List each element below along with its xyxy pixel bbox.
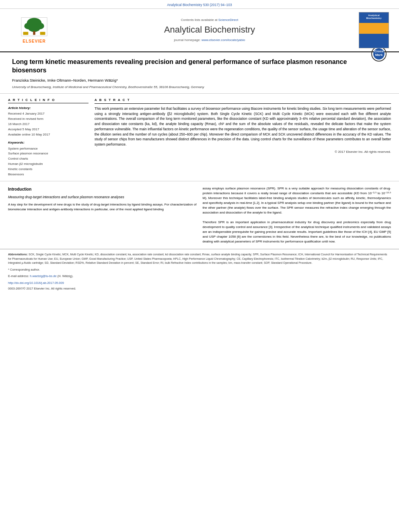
abbreviations-label: Abbreviations:	[8, 253, 28, 256]
journal-homepage-link[interactable]: www.elsevier.com/locate/yabio	[202, 38, 245, 42]
article-title-section: Cross Mark Long term kinetic measurement…	[0, 52, 399, 94]
elsevier-logo: ELSEVIER	[8, 16, 60, 44]
abstract-heading: A B S T R A C T	[95, 98, 391, 104]
revised-date: 16 March 2017	[8, 122, 88, 127]
journal-header: ELSEVIER Contents lists available at Sci…	[0, 9, 399, 52]
journal-cover-area: AnalyticalBiochemistry	[359, 12, 391, 48]
crossmark-area: Cross Mark	[371, 46, 387, 64]
author-email-link[interactable]: h.waetzig@tu-bs.de	[30, 274, 56, 278]
article-info-column: A R T I C L E I N F O Article history: R…	[8, 98, 88, 177]
introduction-left-column: Introduction Measuring drug-target inter…	[8, 186, 197, 244]
accepted-date: Accepted 5 May 2017	[8, 127, 88, 132]
abstract-copyright: © 2017 Elsevier Inc. All rights reserved…	[95, 150, 391, 154]
sciencedirect-link[interactable]: ScienceDirect	[218, 18, 238, 22]
svg-point-4	[28, 25, 40, 32]
history-label: Article history:	[8, 106, 88, 110]
introduction-text-1: A key step for the development of new dr…	[8, 202, 197, 212]
abstract-column: A B S T R A C T This work presents an ex…	[95, 98, 391, 177]
abbreviations-content: SCK, Single Cycle Kinetic; MCK, Multi Cy…	[8, 253, 387, 264]
email-line: E-mail address: h.waetzig@tu-bs.de (H. W…	[8, 274, 391, 278]
publisher-logo-area: ELSEVIER	[8, 16, 60, 44]
journal-title: Analytical Biochemistry	[64, 24, 355, 36]
article-authors: Franziska Steinicke, Imke Oltmann–Norden…	[12, 78, 387, 83]
article-affiliation: University of Braunschweig, Institute of…	[12, 85, 387, 89]
journal-cover-image: AnalyticalBiochemistry	[359, 12, 389, 48]
keyword-4: Human β2 microglobulin	[8, 162, 88, 167]
sciencedirect-line: Contents lists available at ScienceDirec…	[64, 18, 355, 22]
svg-rect-6	[23, 32, 29, 35]
page: Analytical Biochemistry 530 (2017) 94–10…	[0, 0, 399, 532]
crossmark-icon: Cross Mark	[371, 46, 387, 62]
svg-text:Mark: Mark	[375, 53, 383, 57]
journal-info-center: Contents lists available at ScienceDirec…	[64, 18, 355, 42]
introduction-text-2: assay employs surface plasmon resonance …	[203, 186, 391, 215]
top-banner: Analytical Biochemistry 530 (2017) 94–10…	[0, 0, 399, 9]
svg-rect-7	[40, 32, 45, 35]
abstract-text: This work presents an extensive paramete…	[95, 106, 391, 147]
received-revised-label: Received in revised form	[8, 117, 88, 122]
keywords-label: Keywords:	[8, 140, 88, 145]
keyword-6: Biosensors	[8, 172, 88, 177]
introduction-heading: Introduction	[8, 186, 197, 192]
article-info-abstract-section: A R T I C L E I N F O Article history: R…	[0, 94, 399, 181]
abbreviations-text: Abbreviations: SCK, Single Cycle Kinetic…	[8, 253, 391, 265]
keyword-3: Control charts	[8, 156, 88, 162]
corresponding-author-note: * Corresponding author.	[8, 267, 391, 272]
keywords-block: Keywords: System performance Surface pla…	[8, 140, 88, 177]
journal-citation: Analytical Biochemistry 530 (2017) 94–10…	[167, 3, 232, 7]
elsevier-label: ELSEVIER	[23, 39, 45, 44]
elsevier-tree-icon	[18, 16, 50, 38]
doi-line: http://dx.doi.org/10.1016/j.ab.2017.05.0…	[8, 281, 391, 285]
svg-rect-5	[33, 31, 35, 35]
introduction-subheading: Measuring drug-target interactions and s…	[8, 195, 197, 200]
introduction-text-3: Therefore SPR is an important applicatio…	[203, 220, 391, 244]
keyword-2: Surface plasmon resonance	[8, 151, 88, 156]
article-history-block: Article history: Received 4 January 2017…	[8, 106, 88, 137]
article-main-title: Long term kinetic measurements revealing…	[12, 58, 387, 75]
available-date: Available online 10 May 2017	[8, 132, 88, 138]
introduction-right-column: assay employs surface plasmon resonance …	[203, 186, 391, 244]
journal-homepage: journal homepage: www.elsevier.com/locat…	[64, 38, 355, 42]
cover-title-text: AnalyticalBiochemistry	[366, 14, 381, 20]
footnotes-section: Abbreviations: SCK, Single Cycle Kinetic…	[0, 249, 399, 293]
footnotes-spacer	[8, 212, 197, 244]
keyword-1: System performance	[8, 146, 88, 152]
introduction-section: Introduction Measuring drug-target inter…	[0, 181, 399, 249]
bottom-copyright: 0003-2697/© 2017 Elsevier Inc. All right…	[8, 286, 391, 291]
received-date: Received 4 January 2017	[8, 111, 88, 117]
svg-text:Cross: Cross	[374, 49, 384, 53]
keyword-5: Kinetic constants	[8, 167, 88, 172]
doi-link[interactable]: http://dx.doi.org/10.1016/j.ab.2017.05.0…	[8, 281, 64, 285]
article-info-heading: A R T I C L E I N F O	[8, 98, 88, 103]
